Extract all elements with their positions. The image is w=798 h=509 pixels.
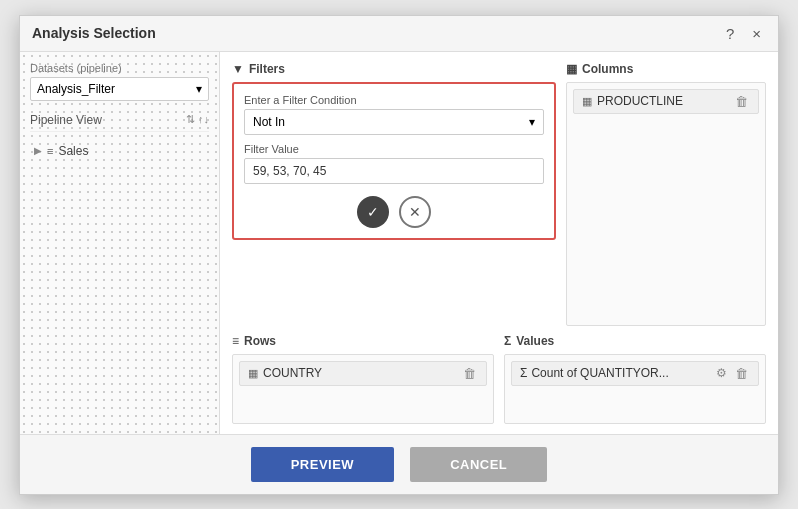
filter-dropdown-chevron-icon: ▾ <box>529 115 535 129</box>
values-droppable[interactable]: Σ Count of QUANTITYOR... ⚙ 🗑 <box>504 354 766 424</box>
filters-icon: ▼ <box>232 62 244 76</box>
dialog-footer: PREVIEW CANCEL <box>20 434 778 494</box>
productline-tag: ▦ PRODUCTLINE 🗑 <box>573 89 759 114</box>
datasets-section: Datasets (pipeline) Analysis_Filter ▾ <box>30 62 209 101</box>
quantity-settings-button[interactable]: ⚙ <box>714 366 729 380</box>
columns-label: Columns <box>582 62 633 76</box>
quantity-actions: ⚙ 🗑 <box>714 366 750 381</box>
filter-condition-label: Enter a Filter Condition <box>244 94 544 106</box>
rows-droppable[interactable]: ▦ COUNTRY 🗑 <box>232 354 494 424</box>
quantity-tag: Σ Count of QUANTITYOR... ⚙ 🗑 <box>511 361 759 386</box>
filter-confirm-button[interactable]: ✓ <box>357 196 389 228</box>
rows-label: Rows <box>244 334 276 348</box>
quantity-label: Count of QUANTITYOR... <box>531 366 668 380</box>
quantity-sigma-icon: Σ <box>520 366 527 380</box>
filters-section: ▼ Filters Enter a Filter Condition Not I… <box>232 62 556 326</box>
left-panel: Datasets (pipeline) Analysis_Filter ▾ Pi… <box>20 52 220 434</box>
dialog-title: Analysis Selection <box>32 25 156 41</box>
country-field-icon: ▦ <box>248 367 258 380</box>
analysis-selection-dialog: Analysis Selection ? × Datasets (pipelin… <box>19 15 779 495</box>
productline-label: PRODUCTLINE <box>597 94 683 108</box>
values-label: Values <box>516 334 554 348</box>
dialog-titlebar: Analysis Selection ? × <box>20 16 778 52</box>
pipeline-view-label: Pipeline View <box>30 113 102 127</box>
country-tag: ▦ COUNTRY 🗑 <box>239 361 487 386</box>
rows-header: ≡ Rows <box>232 334 494 348</box>
filter-card: Enter a Filter Condition Not In ▾ Filter… <box>232 82 556 240</box>
tree-chevron-icon: ▶ <box>34 145 42 156</box>
help-button[interactable]: ? <box>721 24 739 43</box>
filter-condition-value: Not In <box>253 115 285 129</box>
filter-condition-dropdown[interactable]: Not In ▾ <box>244 109 544 135</box>
productline-tag-left: ▦ PRODUCTLINE <box>582 94 683 108</box>
tree-item-label: Sales <box>58 144 88 158</box>
bottom-row: ≡ Rows ▦ COUNTRY 🗑 <box>232 334 766 424</box>
titlebar-actions: ? × <box>721 24 766 43</box>
country-label: COUNTRY <box>263 366 322 380</box>
filter-value-label: Filter Value <box>244 143 544 155</box>
dropdown-chevron-icon: ▾ <box>196 82 202 96</box>
dataset-select[interactable]: Analysis_Filter ▾ <box>30 77 209 101</box>
values-sigma-icon: Σ <box>504 334 511 348</box>
productline-delete-button[interactable]: 🗑 <box>733 94 750 109</box>
values-header: Σ Values <box>504 334 766 348</box>
dialog-body: Datasets (pipeline) Analysis_Filter ▾ Pi… <box>20 52 778 434</box>
rows-icon: ≡ <box>232 334 239 348</box>
columns-icon: ▦ <box>566 62 577 76</box>
preview-button[interactable]: PREVIEW <box>251 447 394 482</box>
dataset-value: Analysis_Filter <box>37 82 115 96</box>
pipeline-view-row: Pipeline View ⇅ ↑↓ <box>30 109 209 132</box>
columns-droppable[interactable]: ▦ PRODUCTLINE 🗑 <box>566 82 766 326</box>
quantity-tag-left: Σ Count of QUANTITYOR... <box>520 366 669 380</box>
right-panel: ▼ Filters Enter a Filter Condition Not I… <box>220 52 778 434</box>
checkmark-icon: ✓ <box>367 204 379 220</box>
columns-section: ▦ Columns ▦ PRODUCTLINE 🗑 <box>566 62 766 326</box>
rows-section: ≡ Rows ▦ COUNTRY 🗑 <box>232 334 494 424</box>
top-row: ▼ Filters Enter a Filter Condition Not I… <box>232 62 766 326</box>
country-tag-left: ▦ COUNTRY <box>248 366 322 380</box>
productline-field-icon: ▦ <box>582 95 592 108</box>
tree-item-sales[interactable]: ▶ ≡ Sales <box>30 140 209 162</box>
cancel-button[interactable]: CANCEL <box>410 447 547 482</box>
values-section: Σ Values Σ Count of QUANTITYOR... ⚙ 🗑 <box>504 334 766 424</box>
datasets-label: Datasets (pipeline) <box>30 62 209 74</box>
columns-header: ▦ Columns <box>566 62 766 76</box>
filters-label: Filters <box>249 62 285 76</box>
quantity-delete-button[interactable]: 🗑 <box>733 366 750 381</box>
filter-condition-group: Enter a Filter Condition Not In ▾ <box>244 94 544 135</box>
filter-cancel-button[interactable]: ✕ <box>399 196 431 228</box>
tree-list-icon: ≡ <box>47 145 53 157</box>
filters-header: ▼ Filters <box>232 62 556 76</box>
pipeline-sort-icon[interactable]: ⇅ ↑↓ <box>186 113 209 126</box>
filter-value-input[interactable] <box>244 158 544 184</box>
filter-actions: ✓ ✕ <box>244 196 544 228</box>
x-icon: ✕ <box>409 204 421 220</box>
close-button[interactable]: × <box>747 24 766 43</box>
country-delete-button[interactable]: 🗑 <box>461 366 478 381</box>
filter-value-group: Filter Value <box>244 143 544 184</box>
